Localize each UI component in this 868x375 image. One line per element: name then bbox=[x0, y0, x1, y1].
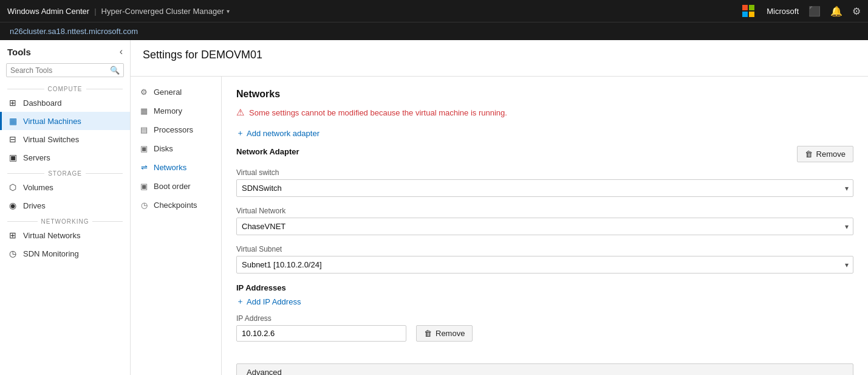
virtual-switch-select[interactable]: SDNSwitch bbox=[236, 179, 853, 197]
sidebar-title: Tools bbox=[7, 47, 31, 57]
sidebar-item-label: Virtual Switches bbox=[23, 135, 79, 144]
dashboard-icon: ⊞ bbox=[7, 98, 18, 108]
virtual-switch-label: Virtual switch bbox=[236, 168, 853, 177]
subnav-label: Checkpoints bbox=[154, 201, 197, 210]
add-network-adapter-link[interactable]: ＋ Add network adapter bbox=[236, 128, 853, 139]
settings-icon[interactable]: ⚙ bbox=[852, 5, 861, 17]
sidebar-item-servers[interactable]: ▣ Servers bbox=[0, 148, 130, 167]
warning-icon: ⚠ bbox=[236, 107, 244, 118]
subnav-label: General bbox=[154, 88, 182, 97]
drives-icon: ◉ bbox=[7, 201, 18, 210]
remove-ip-label: Remove bbox=[436, 329, 465, 338]
add-icon: ＋ bbox=[236, 128, 244, 139]
sidebar-item-sdn-monitoring[interactable]: ◷ SDN Monitoring bbox=[0, 244, 130, 263]
add-ip-icon: ＋ bbox=[236, 296, 244, 307]
ip-address-input[interactable] bbox=[236, 325, 406, 342]
sidebar-item-label: Servers bbox=[23, 153, 50, 162]
disks-icon: ▣ bbox=[139, 144, 149, 153]
sdn-monitoring-icon: ◷ bbox=[7, 249, 18, 258]
virtual-network-select[interactable]: ChaseVNET bbox=[236, 218, 853, 235]
subnav-item-processors[interactable]: ▤ Processors bbox=[131, 120, 221, 139]
add-ip-address-link[interactable]: ＋ Add IP Address bbox=[236, 296, 853, 307]
warning-bar: ⚠ Some settings cannot be modified becau… bbox=[236, 107, 853, 118]
virtual-switches-icon: ⊟ bbox=[7, 134, 18, 144]
notification-icon[interactable]: 🔔 bbox=[830, 5, 842, 17]
memory-icon: ▦ bbox=[139, 106, 149, 115]
microsoft-label: Microsoft bbox=[767, 7, 799, 16]
sidebar-item-virtual-switches[interactable]: ⊟ Virtual Switches bbox=[0, 130, 130, 148]
networks-heading: Networks bbox=[236, 89, 853, 100]
subnav-item-boot-order[interactable]: ▣ Boot order bbox=[131, 177, 221, 196]
remove-adapter-button[interactable]: 🗑 Remove bbox=[797, 146, 853, 162]
ip-field-label: IP Address bbox=[236, 314, 406, 323]
screen-icon[interactable]: ⬛ bbox=[808, 5, 821, 17]
sidebar-item-drives[interactable]: ◉ Drives bbox=[0, 196, 130, 215]
topbar: Windows Admin Center | Hyper-Converged C… bbox=[0, 0, 868, 22]
adapter-header: Network Adapter 🗑 Remove bbox=[236, 146, 853, 162]
sidebar-item-label: SDN Monitoring bbox=[23, 249, 79, 258]
virtual-switch-dropdown-wrapper: SDNSwitch ▾ bbox=[236, 179, 853, 197]
trash-icon: 🗑 bbox=[805, 150, 813, 159]
advanced-label: Advanced bbox=[247, 368, 282, 375]
clusterbar: n26cluster.sa18.nttest.microsoft.com bbox=[0, 22, 868, 40]
cluster-name: n26cluster.sa18.nttest.microsoft.com bbox=[10, 27, 138, 36]
adapter-label: Network Adapter bbox=[236, 147, 299, 156]
virtual-subnet-label: Virtual Subnet bbox=[236, 245, 853, 253]
networks-icon: ⇌ bbox=[139, 163, 149, 172]
general-icon: ⚙ bbox=[139, 88, 149, 97]
content-area: Settings for DEMOVM01 ⚙ General ▦ Memory… bbox=[131, 40, 868, 375]
microsoft-logo bbox=[742, 5, 754, 17]
boot-order-icon: ▣ bbox=[139, 182, 149, 191]
warning-text: Some settings cannot be modified because… bbox=[249, 108, 507, 117]
sidebar-collapse-button[interactable]: ‹ bbox=[120, 46, 123, 57]
section-networking: Networking bbox=[0, 215, 130, 226]
sidebar-item-virtual-networks[interactable]: ⊞ Virtual Networks bbox=[0, 226, 130, 244]
sidebar-item-dashboard[interactable]: ⊞ Dashboard bbox=[0, 94, 130, 112]
search-box[interactable]: 🔍 bbox=[6, 63, 124, 77]
remove-adapter-label: Remove bbox=[816, 150, 846, 159]
cluster-dropdown-icon: ▾ bbox=[227, 8, 230, 15]
subnav: ⚙ General ▦ Memory ▤ Processors ▣ Disks … bbox=[131, 77, 222, 375]
servers-icon: ▣ bbox=[7, 153, 18, 162]
section-compute: Compute bbox=[0, 82, 130, 94]
advanced-button[interactable]: Advanced bbox=[236, 363, 853, 375]
add-adapter-label: Add network adapter bbox=[247, 129, 320, 138]
virtual-subnet-dropdown-wrapper: Subnet1 [10.10.2.0/24] ▾ bbox=[236, 256, 853, 274]
settings-title: Settings for DEMOVM01 bbox=[143, 49, 856, 66]
content-row: ⚙ General ▦ Memory ▤ Processors ▣ Disks … bbox=[131, 77, 868, 375]
add-ip-label: Add IP Address bbox=[247, 297, 301, 306]
virtual-network-dropdown-wrapper: ChaseVNET ▾ bbox=[236, 218, 853, 235]
virtual-networks-icon: ⊞ bbox=[7, 230, 18, 240]
topbar-right: Microsoft ⬛ 🔔 ⚙ bbox=[742, 5, 861, 17]
sidebar-item-label: Drives bbox=[23, 201, 46, 210]
subnav-item-disks[interactable]: ▣ Disks bbox=[131, 139, 221, 158]
search-icon: 🔍 bbox=[110, 66, 120, 75]
sidebar-item-virtual-machines[interactable]: ▦ Virtual Machines bbox=[0, 112, 130, 130]
ip-addresses-label: IP Addresses bbox=[236, 283, 853, 292]
remove-ip-button[interactable]: 🗑 Remove bbox=[416, 325, 473, 342]
virtual-subnet-select[interactable]: Subnet1 [10.10.2.0/24] bbox=[236, 256, 853, 274]
ip-addresses-section: IP Addresses ＋ Add IP Address IP Address bbox=[236, 283, 853, 342]
cluster-manager[interactable]: Hyper-Converged Cluster Manager ▾ bbox=[101, 7, 230, 16]
panel-inner: Networks ⚠ Some settings cannot be modif… bbox=[236, 89, 853, 375]
virtual-machines-icon: ▦ bbox=[7, 116, 18, 126]
sidebar-item-label: Dashboard bbox=[23, 98, 62, 108]
virtual-network-label: Virtual Network bbox=[236, 207, 853, 215]
sidebar-item-volumes[interactable]: ⬡ Volumes bbox=[0, 178, 130, 196]
main-panel: Networks ⚠ Some settings cannot be modif… bbox=[222, 77, 868, 375]
main-layout: Tools ‹ 🔍 Compute ⊞ Dashboard ▦ Virtual … bbox=[0, 40, 868, 375]
subnav-label: Boot order bbox=[154, 182, 191, 191]
subnav-item-general[interactable]: ⚙ General bbox=[131, 83, 221, 101]
subnav-label: Processors bbox=[154, 125, 193, 134]
app-name: Windows Admin Center bbox=[7, 7, 89, 16]
subnav-item-checkpoints[interactable]: ◷ Checkpoints bbox=[131, 196, 221, 215]
section-storage: Storage bbox=[0, 167, 130, 178]
search-input[interactable] bbox=[10, 66, 110, 75]
subnav-label: Networks bbox=[154, 163, 186, 172]
sidebar-item-label: Virtual Networks bbox=[23, 231, 80, 240]
volumes-icon: ⬡ bbox=[7, 182, 18, 192]
sidebar-item-label: Virtual Machines bbox=[23, 117, 81, 126]
subnav-item-memory[interactable]: ▦ Memory bbox=[131, 101, 221, 120]
subnav-label: Disks bbox=[154, 144, 173, 153]
subnav-item-networks[interactable]: ⇌ Networks bbox=[131, 158, 221, 177]
